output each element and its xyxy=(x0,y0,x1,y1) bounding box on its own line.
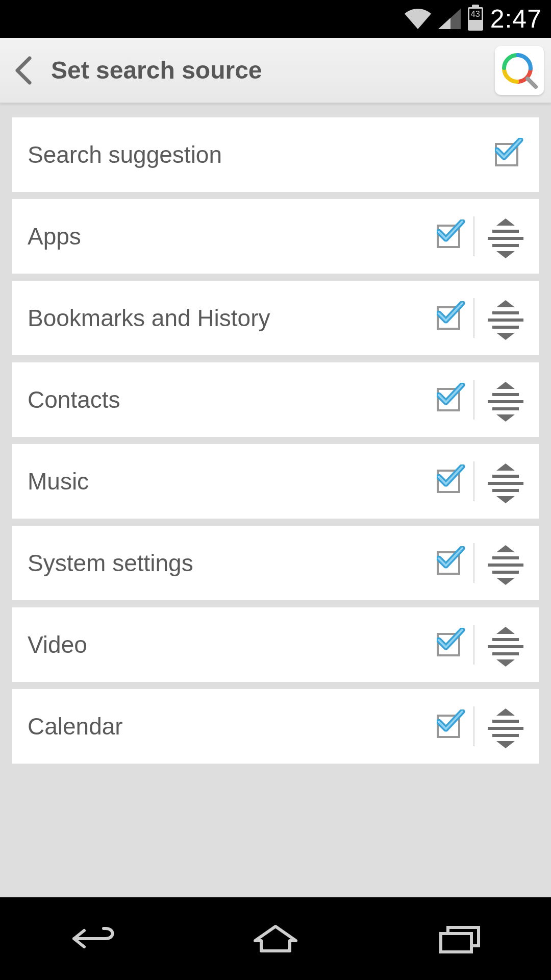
source-label: Apps xyxy=(28,223,437,250)
app-header: Set search source xyxy=(0,38,551,103)
cell-signal-icon xyxy=(438,9,461,29)
sort-handle-icon[interactable] xyxy=(488,382,523,418)
source-row[interactable]: Video xyxy=(12,607,539,682)
divider xyxy=(473,625,474,665)
battery-percentage: 43 xyxy=(469,10,482,19)
source-checkbox[interactable] xyxy=(495,143,518,166)
source-checkbox[interactable] xyxy=(437,225,460,248)
back-button[interactable] xyxy=(10,56,39,85)
system-nav-bar xyxy=(0,897,551,980)
divider xyxy=(473,706,474,746)
sort-handle-icon[interactable] xyxy=(488,627,523,663)
source-checkbox[interactable] xyxy=(437,715,460,738)
source-checkbox[interactable] xyxy=(437,388,460,411)
source-label: Calendar xyxy=(28,713,437,740)
source-list: Search suggestionAppsBookmarks and Histo… xyxy=(12,117,539,764)
battery-icon: 43 xyxy=(468,7,483,31)
source-row[interactable]: Search suggestion xyxy=(12,117,539,192)
source-checkbox[interactable] xyxy=(437,470,460,493)
app-logo-icon[interactable] xyxy=(495,46,544,95)
source-row[interactable]: Apps xyxy=(12,199,539,274)
nav-home-button[interactable] xyxy=(245,918,306,959)
source-row[interactable]: Contacts xyxy=(12,362,539,437)
source-checkbox[interactable] xyxy=(437,551,460,575)
source-label: Bookmarks and History xyxy=(28,304,437,332)
divider xyxy=(473,216,474,256)
source-row[interactable]: Bookmarks and History xyxy=(12,281,539,355)
source-label: Video xyxy=(28,631,437,658)
status-bar: 43 2:47 xyxy=(0,0,551,38)
source-label: System settings xyxy=(28,549,437,577)
source-checkbox[interactable] xyxy=(437,306,460,330)
divider xyxy=(473,543,474,583)
source-label: Search suggestion xyxy=(28,141,495,168)
nav-recent-button[interactable] xyxy=(429,918,490,959)
sort-handle-icon[interactable] xyxy=(488,545,523,581)
divider xyxy=(473,461,474,501)
svg-line-4 xyxy=(528,79,536,87)
svg-rect-6 xyxy=(441,934,471,952)
content-area: Search suggestionAppsBookmarks and Histo… xyxy=(0,103,551,897)
divider xyxy=(473,380,474,420)
source-checkbox[interactable] xyxy=(437,633,460,656)
source-row[interactable]: Calendar xyxy=(12,689,539,764)
source-label: Music xyxy=(28,468,437,495)
sort-handle-icon[interactable] xyxy=(488,218,523,254)
wifi-icon xyxy=(405,9,431,29)
sort-handle-icon[interactable] xyxy=(488,300,523,336)
source-label: Contacts xyxy=(28,386,437,413)
status-clock: 2:47 xyxy=(490,4,542,34)
sort-handle-icon[interactable] xyxy=(488,708,523,744)
source-row[interactable]: Music xyxy=(12,444,539,519)
divider xyxy=(473,298,474,338)
nav-back-button[interactable] xyxy=(61,918,122,959)
page-title: Set search source xyxy=(51,56,495,84)
source-row[interactable]: System settings xyxy=(12,526,539,600)
sort-handle-icon[interactable] xyxy=(488,463,523,499)
